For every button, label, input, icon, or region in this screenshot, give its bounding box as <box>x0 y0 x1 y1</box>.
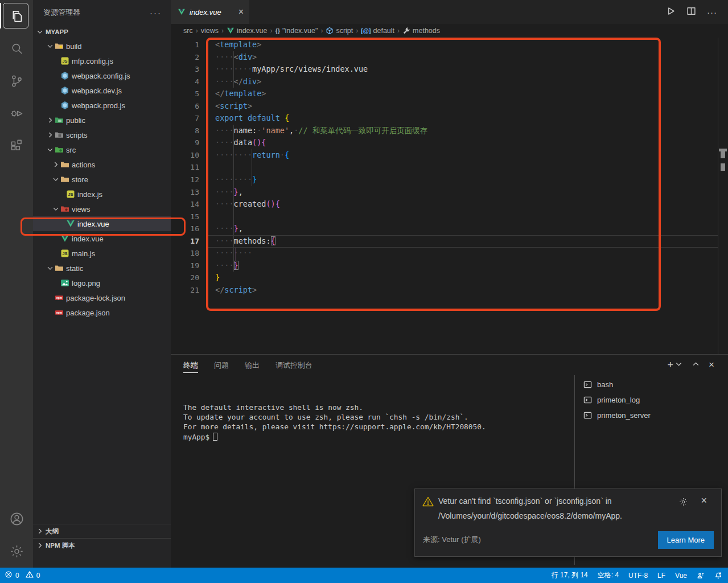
tree-item-index.vue[interactable]: index.vue <box>33 216 171 231</box>
status-item-5[interactable]: Vue <box>675 572 687 580</box>
breadcrumb-item-7[interactable]: methods <box>402 27 440 35</box>
vue-icon <box>60 234 72 243</box>
status-item-2[interactable]: 空格: 4 <box>598 570 619 580</box>
activity-item-explorer[interactable] <box>0 0 33 32</box>
tree-item-build[interactable]: build <box>33 39 171 54</box>
webpack-icon <box>60 71 72 80</box>
code-line-5: 5</template> <box>171 88 728 100</box>
terminal-output[interactable]: The default interactive shell is now zsh… <box>183 403 486 442</box>
gear-icon[interactable] <box>678 497 688 509</box>
tab-index-vue[interactable]: index.vue × <box>171 0 249 24</box>
panel-tab-3[interactable]: 输出 <box>245 355 260 375</box>
tree-item-src[interactable]: src <box>33 142 171 157</box>
activity-item-settings[interactable] <box>0 535 33 568</box>
tree-item-main.js[interactable]: JSmain.js <box>33 246 171 261</box>
warning-icon <box>422 496 434 507</box>
tree-item-webpack.prod.js[interactable]: webpack.prod.js <box>33 98 171 113</box>
code-line-1: 1<template> <box>171 39 728 51</box>
code-line-20: 20} <box>171 272 728 284</box>
activity-item-run-debug[interactable] <box>0 97 33 130</box>
status-item-4[interactable]: LF <box>657 572 665 580</box>
explorer-title: 资源管理器 <box>43 7 80 18</box>
terminal-entry-bash[interactable]: bash <box>575 377 728 392</box>
split-editor-icon[interactable] <box>686 6 696 18</box>
breadcrumb-item-4[interactable]: {}"index.vue" <box>275 27 318 35</box>
code-line-10: 10········return·{ <box>171 149 728 162</box>
tree-item-label: index.vue <box>77 220 109 228</box>
breadcrumb-item-2[interactable]: views <box>201 27 219 35</box>
maximize-panel-icon[interactable] <box>692 360 700 371</box>
tree-item-package-lock.json[interactable]: npmpackage-lock.json <box>33 290 171 305</box>
folder-icon <box>60 160 72 169</box>
tree-item-webpack.config.js[interactable]: webpack.config.js <box>33 68 171 83</box>
tree-item-package.json[interactable]: npmpackage.json <box>33 305 171 320</box>
chevron-spacer <box>51 249 60 258</box>
problems-status[interactable]: 0 0 <box>5 570 40 580</box>
explorer-more-actions-icon[interactable]: ··· <box>150 8 162 18</box>
breadcrumb-separator: › <box>356 27 358 35</box>
module-icon <box>326 27 334 35</box>
code-line-12: 12········} <box>171 174 728 186</box>
tree-item-static[interactable]: static <box>33 261 171 276</box>
run-icon[interactable] <box>666 6 676 18</box>
feedback-icon[interactable] <box>697 572 705 580</box>
code-line-17: 17····methods:{ <box>171 235 728 248</box>
tree-item-webpack.dev.js[interactable]: webpack.dev.js <box>33 83 171 98</box>
sidebar-section-1[interactable]: NPM 脚本 <box>33 538 171 552</box>
line-content: </template> <box>199 88 266 100</box>
breadcrumb-item-1[interactable]: src <box>183 27 193 35</box>
overview-ruler-mark <box>721 163 725 171</box>
folder-public-icon <box>55 116 66 125</box>
indent-guide <box>233 125 234 272</box>
breadcrumb-item-5[interactable]: script <box>326 27 353 35</box>
tree-item-actions[interactable]: actions <box>33 157 171 172</box>
activity-item-source-control[interactable] <box>0 65 33 97</box>
tree-item-label: package-lock.json <box>66 294 125 302</box>
breadcrumb-item-6[interactable]: [@]default <box>361 27 394 35</box>
tree-item-public[interactable]: public <box>33 113 171 128</box>
tree-item-label: package.json <box>66 309 110 317</box>
explorer-header: 资源管理器 ··· <box>33 0 171 25</box>
breadcrumb-separator: › <box>196 27 198 35</box>
terminal-entry-primeton_server[interactable]: primeton_server <box>575 408 728 423</box>
close-icon[interactable]: × <box>701 495 707 507</box>
tree-item-scripts[interactable]: scripts <box>33 128 171 142</box>
bell-icon[interactable] <box>714 572 722 580</box>
tree-item-views[interactable]: views <box>33 202 171 216</box>
notification-line2: /Volumes/your/d/gitcodespace/eos8.2/demo… <box>438 511 622 520</box>
chevron-right-icon <box>46 116 55 125</box>
line-content: export default { <box>199 112 289 125</box>
tree-item-mfp.config.js[interactable]: JSmfp.config.js <box>33 54 171 68</box>
close-panel-icon[interactable]: × <box>709 359 714 371</box>
status-item-3[interactable]: UTF-8 <box>628 572 648 580</box>
more-actions-icon[interactable]: ··· <box>707 7 717 17</box>
code-editor[interactable]: 1<template>2····<div>3········myApp/src/… <box>171 38 728 354</box>
close-icon[interactable]: × <box>238 7 244 17</box>
learn-more-button[interactable]: Learn More <box>658 531 714 549</box>
sidebar-section-0[interactable]: 大纲 <box>33 524 171 538</box>
new-terminal-icon[interactable]: + <box>668 359 674 371</box>
tree-item-label: static <box>66 264 83 273</box>
activity-item-search[interactable] <box>0 32 33 65</box>
chevron-down-icon[interactable] <box>674 360 683 371</box>
panel-tab-4[interactable]: 调试控制台 <box>275 355 312 375</box>
panel-tab-1[interactable]: 终端 <box>183 355 198 375</box>
folder-icon <box>55 264 66 273</box>
tree-item-index.vue[interactable]: index.vue <box>33 231 171 246</box>
chevron-right-icon <box>51 160 60 169</box>
tree-item-index.js[interactable]: JSindex.js <box>33 187 171 202</box>
terminal-entry-primeton_log[interactable]: primeton_log <box>575 392 728 408</box>
status-item-1[interactable]: 行 17, 列 14 <box>552 570 588 580</box>
workspace-root-row[interactable]: MYAPP <box>33 25 171 39</box>
panel-tab-2[interactable]: 问题 <box>214 355 229 375</box>
vue-icon <box>178 8 186 16</box>
breadcrumb-item-3[interactable]: index.vue <box>227 27 268 35</box>
warnings-icon <box>26 570 34 580</box>
activity-item-account[interactable] <box>0 503 33 535</box>
tree-item-label: main.js <box>72 249 95 258</box>
tree-item-logo.png[interactable]: logo.png <box>33 276 171 290</box>
terminal-cursor <box>213 433 217 441</box>
tree-item-store[interactable]: store <box>33 172 171 187</box>
warning-count: 0 <box>36 572 40 580</box>
activity-item-extensions[interactable] <box>0 130 33 162</box>
